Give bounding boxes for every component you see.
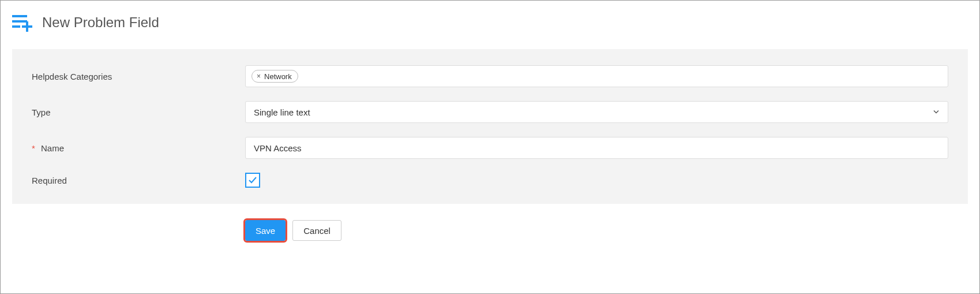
required-label: Required bbox=[32, 176, 245, 185]
type-label: Type bbox=[32, 107, 245, 117]
type-select-value: Single line text bbox=[254, 107, 310, 117]
svg-rect-2 bbox=[12, 25, 20, 28]
required-asterisk: * bbox=[32, 143, 35, 153]
category-tag[interactable]: × Network bbox=[251, 70, 298, 83]
page-title: New Problem Field bbox=[42, 14, 159, 31]
required-checkbox[interactable] bbox=[245, 173, 260, 188]
tag-remove-icon[interactable]: × bbox=[257, 73, 261, 80]
category-tag-label: Network bbox=[264, 72, 292, 81]
svg-rect-4 bbox=[22, 25, 32, 28]
svg-rect-0 bbox=[12, 15, 27, 17]
chevron-down-icon bbox=[933, 107, 940, 117]
check-icon bbox=[247, 175, 258, 185]
categories-label: Helpdesk Categories bbox=[32, 72, 245, 81]
name-label: * Name bbox=[32, 143, 245, 153]
name-label-text: Name bbox=[41, 143, 64, 153]
type-select[interactable]: Single line text bbox=[245, 101, 948, 123]
form-card: Helpdesk Categories × Network Type Singl… bbox=[12, 49, 968, 204]
name-input[interactable] bbox=[245, 137, 948, 159]
form-actions: Save Cancel bbox=[245, 220, 968, 241]
categories-input[interactable]: × Network bbox=[245, 65, 948, 87]
cancel-button[interactable]: Cancel bbox=[292, 220, 341, 241]
list-plus-icon bbox=[12, 12, 37, 33]
save-button[interactable]: Save bbox=[245, 220, 286, 241]
svg-rect-1 bbox=[12, 20, 27, 23]
page-header: New Problem Field bbox=[12, 12, 968, 33]
